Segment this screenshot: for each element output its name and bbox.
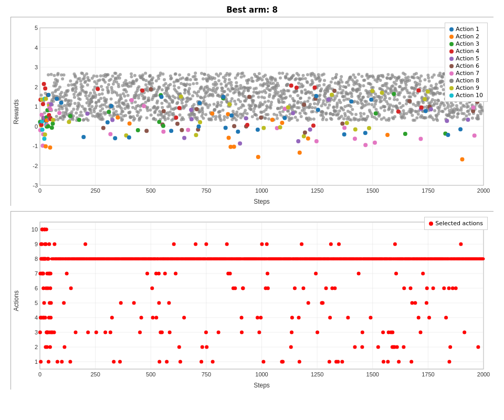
legend-item: Action 5 [449,55,483,62]
bottom-canvas [11,212,494,390]
legend-dot [449,86,454,90]
legend-label: Action 5 [456,55,479,62]
legend-dot [449,49,454,54]
legend-label: Selected actions [435,220,483,227]
legend-item: Action 7 [449,70,483,77]
legend-item: Action 6 [449,62,483,69]
legend-label: Action 7 [456,70,479,77]
legend-label: Action 9 [456,85,479,91]
legend-dot [449,42,454,46]
bottom-chart-area: Selected actions [10,211,494,390]
main-container: Best arm: 8 Action 1Action 2Action 3Acti… [0,0,504,420]
legend-dot [449,57,454,61]
legend-label: Action 1 [456,26,479,33]
legend-dot [449,79,454,83]
legend-label: Action 2 [456,33,479,40]
top-canvas [11,17,494,206]
legend-item: Action 2 [449,33,483,40]
legend-label: Action 8 [456,77,479,84]
legend-item: Action 4 [449,48,483,55]
legend-dot [449,64,454,68]
legend-label: Action 10 [456,92,483,99]
bottom-legend: Selected actions [424,217,488,230]
legend-dot [449,71,454,76]
legend-label: Action 6 [456,62,479,69]
legend-item: Selected actions [429,220,483,227]
top-chart-area: Action 1Action 2Action 3Action 4Action 5… [10,17,494,206]
legend-item: Action 10 [449,92,483,99]
chart-wrapper: Action 1Action 2Action 3Action 4Action 5… [10,17,494,390]
legend-label: Action 3 [456,40,479,47]
legend-dot [449,93,454,98]
legend-item: Action 8 [449,77,483,84]
top-legend: Action 1Action 2Action 3Action 4Action 5… [445,23,488,102]
legend-label: Action 4 [456,48,479,55]
legend-item: Action 9 [449,85,483,91]
legend-dot [449,35,454,39]
legend-dot [429,222,433,226]
legend-item: Action 3 [449,40,483,47]
chart-title: Best arm: 8 [226,5,278,15]
legend-item: Action 1 [449,26,483,33]
legend-dot [449,27,454,32]
